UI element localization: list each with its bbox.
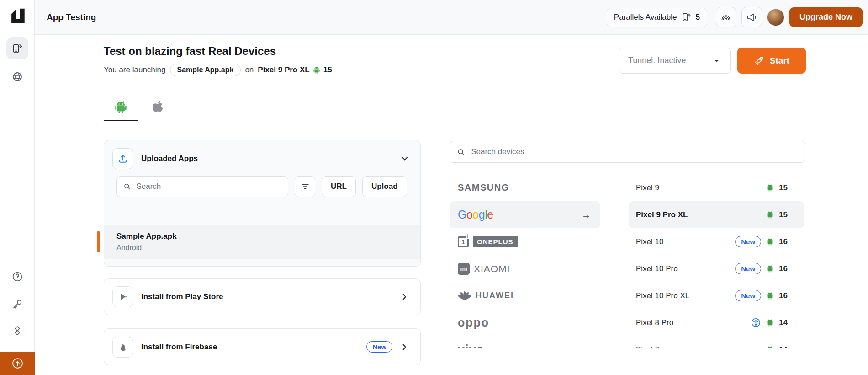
parallels-available-pill[interactable]: Parallels Available 5 xyxy=(607,8,707,27)
megaphone-icon xyxy=(746,12,757,23)
help-icon xyxy=(11,271,23,283)
upgrade-now-button[interactable]: Upgrade Now xyxy=(789,7,863,27)
rocket-icon xyxy=(754,55,765,66)
brand-row-huawei[interactable]: HUAWEI xyxy=(450,282,600,309)
new-badge: New xyxy=(735,236,761,247)
device-name: Pixel 9 Pro XL xyxy=(636,210,688,220)
layers-icon xyxy=(11,326,23,338)
xiaomi-logo: mi XIAOMI xyxy=(458,263,510,275)
device-row-selected[interactable]: Pixel 9 Pro XL 15 xyxy=(629,201,804,228)
selected-app-chip[interactable]: Sample App.apk xyxy=(170,64,241,76)
brand-row-samsung[interactable]: SAMSUNG xyxy=(450,174,600,201)
app-list-item-selected[interactable]: Sample App.apk Android xyxy=(104,225,420,259)
globe-icon xyxy=(11,71,23,83)
install-source-label: Install from Firebase xyxy=(141,343,217,352)
device-row[interactable]: Pixel 10 Pro XL New 16 xyxy=(629,282,804,309)
filter-button[interactable] xyxy=(295,176,315,197)
android-icon xyxy=(766,345,774,348)
haptics-button[interactable] xyxy=(716,7,736,27)
tab-ios[interactable] xyxy=(141,93,175,120)
device-row[interactable]: Pixel 9 15 xyxy=(629,174,804,201)
start-button[interactable]: Start xyxy=(737,48,806,74)
launch-connector: on xyxy=(245,65,254,75)
brand-row-xiaomi[interactable]: mi XIAOMI xyxy=(450,255,600,282)
app-platform: Android xyxy=(116,244,420,252)
android-icon xyxy=(766,237,774,246)
install-source-label: Install from Play Store xyxy=(141,292,223,301)
hero-title: Test on blazing fast Real Devices xyxy=(104,45,276,58)
sidebar-item-access-key[interactable] xyxy=(6,293,28,315)
apps-search-input[interactable] xyxy=(135,182,282,192)
device-name: Pixel 8 xyxy=(636,345,659,348)
sidebar-item-help[interactable] xyxy=(6,266,28,288)
target-os-version: 15 xyxy=(323,65,332,75)
accessibility-icon xyxy=(751,317,761,328)
launch-summary: You are launching Sample App.apk on Pixe… xyxy=(104,64,332,76)
sidebar-upgrade-button[interactable] xyxy=(0,352,35,375)
key-icon xyxy=(11,298,23,310)
announcements-button[interactable] xyxy=(741,7,762,27)
device-search-input[interactable] xyxy=(470,147,799,157)
waves-icon xyxy=(720,12,731,23)
search-icon xyxy=(123,182,131,191)
android-icon xyxy=(312,66,321,74)
google-logo: Google xyxy=(458,208,493,221)
arrow-right-icon: → xyxy=(582,209,591,220)
upload-button[interactable]: Upload xyxy=(362,176,407,197)
parallels-count: 5 xyxy=(696,13,700,22)
brand-row-oppo[interactable]: oppo xyxy=(450,309,600,336)
play-store-icon-box xyxy=(112,286,133,307)
install-from-firebase-card[interactable]: Install from Firebase New xyxy=(104,328,421,365)
brand-row-google[interactable]: Google → xyxy=(450,201,600,228)
android-icon xyxy=(766,210,774,219)
chevron-down-icon xyxy=(712,56,721,65)
firebase-icon-box xyxy=(112,337,133,358)
sidebar-item-integrations[interactable] xyxy=(6,321,28,343)
url-button[interactable]: URL xyxy=(322,176,356,197)
upload-icon xyxy=(117,153,128,164)
device-name: Pixel 10 xyxy=(636,237,663,246)
android-icon xyxy=(766,183,774,192)
device-os-version: 15 xyxy=(779,183,788,193)
chevron-right-icon xyxy=(399,292,409,302)
device-name: Pixel 9 xyxy=(636,183,659,193)
chevron-down-icon[interactable] xyxy=(399,153,410,164)
brand-row-vivo[interactable]: vivo xyxy=(450,336,600,348)
app-testing-page: App Testing Parallels Available 5 Upgrad… xyxy=(0,0,868,375)
user-avatar[interactable] xyxy=(767,9,784,26)
upload-icon-box xyxy=(112,148,133,169)
sidebar-item-real-device[interactable] xyxy=(6,38,28,59)
device-os-version: 14 xyxy=(779,318,788,327)
device-signal-icon xyxy=(681,12,692,22)
apps-search-box[interactable] xyxy=(116,176,288,197)
device-row[interactable]: Pixel 8 14 xyxy=(629,336,804,348)
device-list: Pixel 9 15 Pixel 9 Pro XL 15 Pixel 10 Ne… xyxy=(629,170,804,348)
tunnel-label: Tunnel: Inactive xyxy=(628,56,686,65)
sidebar-divider xyxy=(7,260,27,260)
tab-android[interactable] xyxy=(104,93,138,120)
new-badge: New xyxy=(735,290,761,301)
chevron-right-icon xyxy=(399,342,409,352)
install-from-play-store-card[interactable]: Install from Play Store xyxy=(104,278,421,315)
android-icon xyxy=(113,99,128,114)
search-icon xyxy=(456,147,466,157)
oppo-logo: oppo xyxy=(458,316,489,329)
main-content: Test on blazing fast Real Devices You ar… xyxy=(35,35,868,375)
brand-row-oneplus[interactable]: 1+ ONEPLUS xyxy=(450,228,600,255)
device-search-box[interactable] xyxy=(450,141,805,163)
sidebar xyxy=(0,0,35,375)
apple-icon xyxy=(151,99,165,114)
device-row[interactable]: Pixel 10 Pro New 16 xyxy=(629,255,804,282)
selection-bar xyxy=(97,231,100,252)
app-name: Sample App.apk xyxy=(116,232,420,241)
device-os-version: 16 xyxy=(779,264,788,273)
huawei-flower-icon xyxy=(458,290,471,302)
device-row[interactable]: Pixel 10 New 16 xyxy=(629,228,804,255)
new-badge: New xyxy=(735,263,761,274)
device-os-version: 15 xyxy=(779,210,788,220)
target-device-name: Pixel 9 Pro XL xyxy=(258,65,309,75)
device-row[interactable]: Pixel 8 Pro 14 xyxy=(629,309,804,336)
sidebar-item-browser[interactable] xyxy=(6,66,28,88)
play-store-icon xyxy=(117,291,128,302)
tunnel-dropdown[interactable]: Tunnel: Inactive xyxy=(619,48,731,74)
